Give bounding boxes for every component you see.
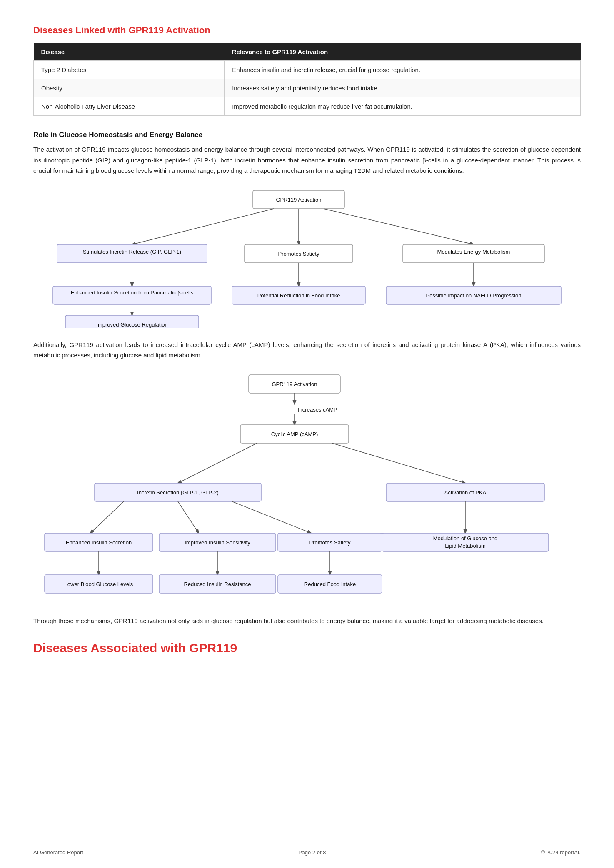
disease-relevance: Increases satiety and potentially reduce… xyxy=(225,79,581,97)
fc2-node-rir: Reduced Insulin Resistance xyxy=(184,581,251,587)
table-row: Non-Alcoholic Fatty Liver Disease Improv… xyxy=(34,97,581,116)
svg-line-25 xyxy=(232,501,311,533)
fc2-label-increases: Increases cAMP xyxy=(298,407,337,413)
fc1-node6: Potential Reduction in Food Intake xyxy=(257,292,340,299)
fc1-node3: Promotes Satiety xyxy=(278,251,319,257)
svg-line-24 xyxy=(178,501,199,533)
paragraph1: The activation of GPR119 impacts glucose… xyxy=(33,144,581,176)
paragraph3: Through these mechanisms, GPR119 activat… xyxy=(33,616,581,626)
svg-line-1 xyxy=(132,209,274,244)
disease-name: Obesity xyxy=(34,79,225,97)
table-row: Type 2 Diabetes Enhances insulin and inc… xyxy=(34,61,581,79)
paragraph2: Additionally, GPR119 activation leads to… xyxy=(33,339,581,361)
fc2-node-ps: Promotes Satiety xyxy=(309,539,351,546)
section3: Diseases Associated with GPR119 xyxy=(33,641,581,655)
fc2-node-gpr119: GPR119 Activation xyxy=(272,381,317,387)
section2: Role in Glucose Homeostasis and Energy B… xyxy=(33,131,581,626)
fc2-node-iis: Improved Insulin Sensitivity xyxy=(185,539,250,546)
fc2-node-camp: Cyclic AMP (cAMP) xyxy=(271,431,318,437)
section1: Diseases Linked with GPR119 Activation D… xyxy=(33,25,581,116)
section3-title: Diseases Associated with GPR119 xyxy=(33,641,581,655)
fc2-node-pka: Activation of PKA xyxy=(444,489,487,496)
disease-name: Type 2 Diabetes xyxy=(34,61,225,79)
col-header-relevance: Relevance to GPR119 Activation xyxy=(225,43,581,61)
fc2-node-incretin: Incretin Secretion (GLP-1, GLP-2) xyxy=(137,489,219,496)
subsection-title: Role in Glucose Homeostasis and Energy B… xyxy=(33,131,581,139)
svg-line-20 xyxy=(332,443,465,483)
fc2-node-mglm1: Modulation of Glucose and xyxy=(433,535,498,541)
fc2-node-mglm2: Lipid Metabolism xyxy=(445,543,486,549)
footer-right: © 2024 reportAI. xyxy=(541,849,581,856)
disease-relevance: Improved metabolic regulation may reduce… xyxy=(225,97,581,116)
fc1-node5: Enhanced Insulin Secretion from Pancreat… xyxy=(71,289,194,296)
fc2-node-lbgl: Lower Blood Glucose Levels xyxy=(65,581,133,587)
fc2-node-rfi: Reduced Food Intake xyxy=(304,581,356,587)
footer-center: Page 2 of 8 xyxy=(298,849,326,856)
fc1-node4: Modulates Energy Metabolism xyxy=(437,249,510,255)
fc1-node1: GPR119 Activation xyxy=(276,197,321,203)
fc1-node7: Possible Impact on NAFLD Progression xyxy=(426,292,521,299)
col-header-disease: Disease xyxy=(34,43,225,61)
fc1-node2: Stimulates Incretin Release (GIP, GLP-1) xyxy=(83,249,181,255)
fc1-node8: Improved Glucose Regulation xyxy=(96,322,167,328)
svg-line-23 xyxy=(90,501,124,533)
footer: AI Generated Report Page 2 of 8 © 2024 r… xyxy=(0,849,614,856)
svg-line-19 xyxy=(178,443,257,483)
page: Diseases Linked with GPR119 Activation D… xyxy=(0,0,614,868)
flowchart2: GPR119 Activation Increases cAMP Cyclic … xyxy=(33,371,581,604)
flowchart1: GPR119 Activation Stimulates Incretin Re… xyxy=(33,186,581,328)
fc2-node-eis: Enhanced Insulin Secretion xyxy=(66,539,132,546)
table-row: Obesity Increases satiety and potentiall… xyxy=(34,79,581,97)
disease-relevance: Enhances insulin and incretin release, c… xyxy=(225,61,581,79)
flowchart2-svg: GPR119 Activation Increases cAMP Cyclic … xyxy=(36,371,578,604)
svg-line-3 xyxy=(324,209,474,244)
disease-name: Non-Alcoholic Fatty Liver Disease xyxy=(34,97,225,116)
footer-left: AI Generated Report xyxy=(33,849,83,856)
flowchart1-svg: GPR119 Activation Stimulates Incretin Re… xyxy=(40,186,574,328)
section1-title: Diseases Linked with GPR119 Activation xyxy=(33,25,581,36)
diseases-table: Disease Relevance to GPR119 Activation T… xyxy=(33,43,581,116)
